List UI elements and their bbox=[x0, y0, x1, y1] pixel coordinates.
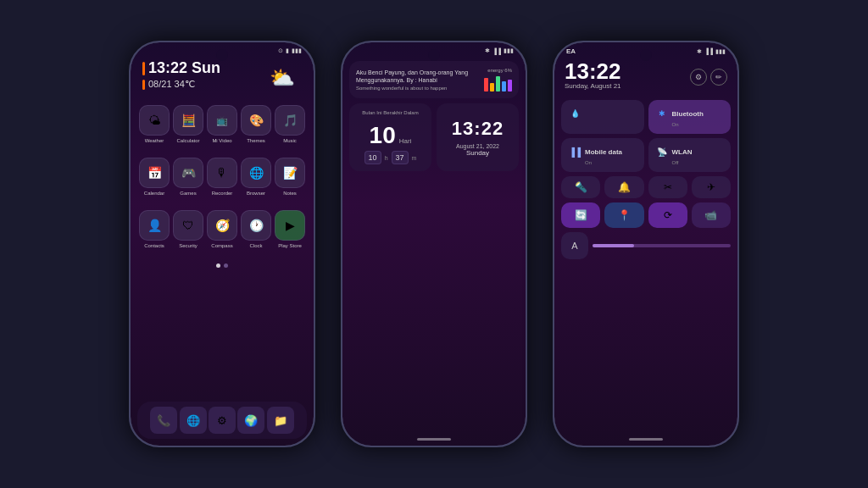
home-indicator-3 bbox=[629, 438, 663, 441]
ctrl-location[interactable]: 📍 bbox=[604, 202, 643, 228]
ctrl-bell[interactable]: 🔔 bbox=[604, 176, 643, 198]
eq-bar-2 bbox=[490, 83, 494, 92]
ctrl-brightness-row: A bbox=[561, 232, 731, 259]
brightness-slider-fill bbox=[593, 244, 634, 247]
page-dots-1 bbox=[139, 263, 305, 268]
countdown-time: 10 h 37 m bbox=[356, 151, 425, 164]
ctrl-time: 13:22 bbox=[565, 60, 621, 82]
app-grid-1: 🌤 Weather 🧮 Calculator 📺 Mi Video 🎨 Them… bbox=[139, 105, 305, 250]
camera-notch bbox=[216, 49, 228, 61]
ctrl-tile-mobiledata[interactable]: ▐▐ Mobile data On bbox=[561, 138, 644, 172]
date-display-1: 08/21 34℃ bbox=[148, 79, 195, 90]
ctrl-time-actions: ⚙ ✏ bbox=[690, 69, 727, 86]
time-display-1: 13:22 Sun bbox=[148, 59, 220, 77]
music-bars-container: energy 6% bbox=[484, 68, 512, 92]
music-subtitle: Something wonderful is about to happen bbox=[356, 86, 479, 91]
status-icons-1: ⊙▮▮▮▮ bbox=[278, 47, 302, 54]
ctrl-med-icons-row: 🔄 📍 ⟳ 📹 bbox=[561, 202, 731, 228]
status-icons-2: ✱▐▐▮▮▮ bbox=[485, 47, 514, 54]
eq-bar-4 bbox=[502, 81, 506, 92]
user-label: EA bbox=[566, 47, 576, 55]
ctrl-tile-wlan[interactable]: 📡 WLAN Off bbox=[648, 138, 732, 172]
status-icons-3: ✱▐▐▮▮▮ bbox=[697, 48, 726, 55]
phone-3: EA ✱▐▐▮▮▮ 13:22 Sunday, August 21 ⚙ ✏ bbox=[553, 41, 739, 447]
app-row-3: 👤 Contacts 🛡 Security 🧭 Compass 🕐 Clock bbox=[139, 210, 305, 249]
ctrl-date: Sunday, August 21 bbox=[565, 82, 621, 90]
water-icon: 💧 bbox=[568, 107, 581, 120]
app-recorder[interactable]: 🎙 Recorder bbox=[207, 158, 237, 197]
mobiledata-sub: On bbox=[585, 160, 637, 165]
clock-widget: 13:22 August 21, 2022 Sunday bbox=[437, 103, 519, 171]
app-weather[interactable]: 🌤 Weather bbox=[139, 105, 170, 144]
ctrl-time-display: 13:22 Sunday, August 21 bbox=[565, 58, 621, 95]
app-browser[interactable]: 🌐 Browser bbox=[241, 158, 271, 197]
app-calendar[interactable]: 📅 Calendar bbox=[139, 158, 170, 197]
countdown-minutes: 37 bbox=[392, 151, 409, 164]
music-title: Aku Benci Payung, dan Orang-orang Yang M… bbox=[356, 69, 479, 84]
phone-1: ⊙▮▮▮▮ 13:22 Sun 08/21 34℃ ⛅ bbox=[129, 41, 315, 447]
eq-bar-1 bbox=[484, 78, 488, 92]
brightness-slider[interactable] bbox=[593, 244, 731, 247]
app-security[interactable]: 🛡 Security bbox=[173, 210, 203, 249]
wlan-title: WLAN bbox=[672, 148, 693, 156]
ctrl-tile-water[interactable]: 💧 bbox=[561, 100, 644, 134]
ctrl-refresh[interactable]: ⟳ bbox=[648, 202, 687, 228]
weather-icon: ⛅ bbox=[270, 66, 295, 90]
min-label: m bbox=[412, 155, 417, 161]
dot-1 bbox=[216, 263, 220, 268]
energy-label: energy 6% bbox=[484, 68, 512, 73]
dock-phone[interactable]: 📞 bbox=[150, 407, 177, 434]
app-mivideo[interactable]: 📺 Mi Video bbox=[207, 105, 237, 144]
countdown-label: Bulan Ini Berakhir Dalam bbox=[356, 110, 425, 115]
ctrl-time-row: 13:22 Sunday, August 21 ⚙ ✏ bbox=[561, 57, 731, 97]
mobiledata-title: Mobile data bbox=[585, 148, 622, 156]
bluetooth-title: Bluetooth bbox=[672, 110, 704, 118]
clock-date: August 21, 2022 bbox=[456, 143, 499, 149]
clock-time: 13:22 bbox=[452, 118, 504, 140]
app-row-2: 📅 Calendar 🎮 Games 🎙 Recorder 🌐 Browser bbox=[139, 158, 305, 197]
app-playstore[interactable]: ▶ Play Store bbox=[275, 210, 305, 249]
app-games[interactable]: 🎮 Games bbox=[173, 158, 203, 197]
edit-icon[interactable]: ✏ bbox=[710, 69, 727, 86]
music-widget[interactable]: Aku Benci Payung, dan Orang-orang Yang M… bbox=[349, 61, 519, 98]
bluetooth-sub: On bbox=[672, 122, 725, 127]
font-label: A bbox=[571, 241, 577, 251]
countdown-hours: 10 bbox=[364, 151, 381, 164]
ctrl-video[interactable]: 📹 bbox=[692, 202, 731, 228]
mobiledata-icon: ▐▐ bbox=[568, 145, 581, 158]
dock-files[interactable]: 📁 bbox=[267, 407, 294, 434]
settings-icon[interactable]: ⚙ bbox=[690, 69, 707, 86]
eq-bar-5 bbox=[508, 80, 512, 92]
ctrl-airplane[interactable]: ✈ bbox=[692, 176, 731, 198]
dot-2 bbox=[224, 263, 228, 268]
app-contacts[interactable]: 👤 Contacts bbox=[139, 210, 170, 249]
phone-2: ✱▐▐▮▮▮ Aku Benci Payung, dan Orang-orang… bbox=[341, 41, 527, 447]
hour-label: h bbox=[385, 155, 388, 161]
ctrl-small-icons-row: 🔦 🔔 ✂ ✈ bbox=[561, 176, 731, 198]
app-calculator[interactable]: 🧮 Calculator bbox=[173, 105, 203, 144]
ctrl-flashlight[interactable]: 🔦 bbox=[561, 176, 600, 198]
countdown-unit: Hari bbox=[399, 137, 412, 145]
font-size-button[interactable]: A bbox=[561, 232, 588, 259]
app-clock[interactable]: 🕐 Clock bbox=[241, 210, 271, 249]
control-tiles-grid: 💧 ✱ Bluetooth On ▐▐ Mobile data bbox=[561, 100, 731, 172]
widgets-row: Bulan Ini Berakhir Dalam 10 Hari 10 h 37… bbox=[349, 103, 519, 171]
countdown-number: 10 bbox=[370, 124, 396, 147]
app-row-1: 🌤 Weather 🧮 Calculator 📺 Mi Video 🎨 Them… bbox=[139, 105, 305, 144]
app-notes[interactable]: 📝 Notes bbox=[275, 158, 305, 197]
ctrl-scissors[interactable]: ✂ bbox=[648, 176, 687, 198]
eq-bar-3 bbox=[496, 76, 500, 92]
ctrl-rotate[interactable]: 🔄 bbox=[561, 202, 600, 228]
camera-notch-2 bbox=[428, 49, 440, 61]
app-themes[interactable]: 🎨 Themes bbox=[241, 105, 271, 144]
wlan-icon: 📡 bbox=[655, 145, 669, 158]
app-music[interactable]: 🎵 Music bbox=[275, 105, 305, 144]
clock-day: Sunday bbox=[466, 149, 489, 157]
music-info: Aku Benci Payung, dan Orang-orang Yang M… bbox=[356, 69, 479, 91]
dock-world[interactable]: 🌍 bbox=[237, 407, 264, 434]
ctrl-tile-bluetooth[interactable]: ✱ Bluetooth On bbox=[648, 100, 732, 134]
dock-settings[interactable]: ⚙ bbox=[209, 407, 236, 434]
app-compass[interactable]: 🧭 Compass bbox=[207, 210, 237, 249]
wlan-sub: Off bbox=[672, 160, 725, 165]
dock-browser[interactable]: 🌐 bbox=[180, 407, 207, 434]
